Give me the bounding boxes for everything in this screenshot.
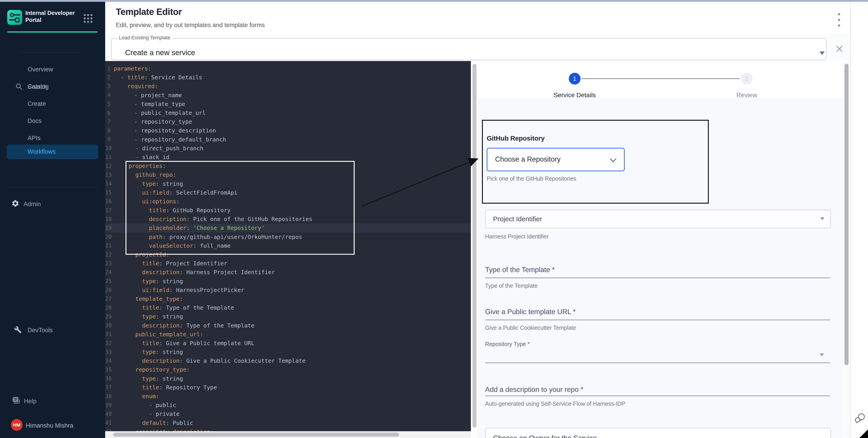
sidebar-item-help[interactable]: Help	[24, 398, 37, 405]
stepper-step-2-label: Review	[713, 92, 781, 99]
form-vertical-scrollbar-thumb[interactable]	[844, 64, 848, 365]
sidebar-item-create[interactable]: Create	[0, 97, 105, 110]
code-line[interactable]: 1parameters:	[105, 64, 471, 73]
service-owner-select[interactable]: Choose an Owner for the Service	[485, 428, 831, 438]
code-line[interactable]: 33 type: string	[105, 347, 471, 357]
line-number: 28	[105, 305, 112, 311]
right-gutter	[850, 2, 868, 438]
sidebar-item-catalog[interactable]: Catalog	[0, 80, 105, 93]
code-line[interactable]: 35 repository_type:	[105, 365, 471, 374]
public-template-url-input[interactable]	[485, 319, 830, 320]
stepper-step-1[interactable]: 1	[569, 73, 581, 85]
yaml-code-editor[interactable]: 1parameters:2 - title: Service Details3 …	[105, 61, 471, 438]
code-line[interactable]: 28 title: Type of the Template	[105, 303, 471, 312]
stepper-connector	[582, 78, 740, 79]
code-line[interactable]: 29 type: string	[105, 312, 471, 321]
app-title: Internal Developer Portal	[25, 9, 86, 24]
code-text: ui:field: HarnessProjectPicker	[112, 287, 244, 293]
code-line[interactable]: 39 - public	[105, 401, 471, 409]
github-repository-select[interactable]: Choose a Repository	[487, 148, 625, 171]
sidebar-item-admin[interactable]: Admin	[24, 201, 41, 208]
code-line[interactable]: 5 - template_type	[105, 100, 471, 108]
app-logo-icon[interactable]	[7, 10, 22, 25]
line-number: 18	[105, 216, 112, 223]
line-number: 16	[105, 198, 112, 205]
code-line[interactable]: 3 required:	[105, 82, 471, 91]
repository-type-select[interactable]	[485, 363, 830, 363]
line-number: 39	[105, 402, 112, 408]
load-template-value: Create a new service	[125, 48, 195, 57]
code-line[interactable]: 38 enum:	[105, 392, 471, 401]
code-line[interactable]: 2 - title: Service Details	[105, 73, 471, 82]
line-number: 35	[105, 367, 112, 373]
code-text: description: Give a Public Cookiecutter …	[112, 358, 306, 364]
project-identifier-helper: Harness Project Identifier	[485, 233, 549, 240]
code-line[interactable]: 31 public_template_url:	[105, 330, 471, 339]
code-text: - title: Service Details	[111, 74, 202, 81]
code-line[interactable]: 4 - project_name	[105, 91, 471, 100]
template-type-input[interactable]	[485, 277, 830, 278]
code-line[interactable]: 40 - private	[105, 409, 471, 418]
code-line[interactable]: 34 description: Give a Public Cookiecutt…	[105, 357, 471, 365]
code-line[interactable]: 6 - public_template_url	[105, 108, 471, 117]
code-line[interactable]: 36 type: string	[105, 374, 471, 383]
line-number: 41	[105, 420, 112, 426]
code-line[interactable]: 8 - repositoty_description	[105, 126, 471, 135]
kebab-menu-icon[interactable]	[835, 13, 844, 29]
code-text: - project_name	[111, 92, 182, 99]
line-number: 15	[105, 190, 112, 196]
support-chat-icon[interactable]	[855, 413, 866, 425]
code-line[interactable]: 23 title: Project Identifier	[105, 259, 471, 268]
sidebar-divider	[7, 187, 98, 188]
code-text: required:	[111, 83, 158, 90]
line-number: 37	[105, 384, 112, 391]
sidebar-item-search[interactable]: Search	[0, 42, 105, 51]
code-line[interactable]: 41 default: Public	[105, 418, 471, 427]
code-line[interactable]: 24 description: Harness Project Identifi…	[105, 268, 471, 277]
svg-text:?: ?	[14, 398, 17, 402]
user-name[interactable]: Himanshu Mishra	[26, 422, 73, 429]
sidebar-item-overview[interactable]: Overview	[0, 63, 105, 76]
code-line[interactable]: 30 description: Type of the Template	[105, 321, 471, 330]
user-avatar[interactable]: HM	[11, 419, 23, 431]
wrench-icon	[14, 326, 22, 334]
repo-description-input[interactable]	[485, 396, 830, 396]
sidebar-item-workflows-active[interactable]: Workflows	[7, 145, 98, 159]
editor-horizontal-scrollbar-thumb[interactable]	[113, 433, 399, 437]
cursor-wedge	[859, 429, 868, 438]
code-line[interactable]: 26 ui:field: HarnessProjectPicker	[105, 286, 471, 295]
editor-vertical-scrollbar-thumb[interactable]	[472, 64, 476, 428]
code-text: description: Harness Project Identifier	[112, 269, 275, 275]
code-line[interactable]: 7 - repository_type	[105, 117, 471, 126]
github-repository-label: GitHub Repository	[487, 135, 545, 142]
line-number: 1	[105, 66, 111, 72]
code-text: repository_type:	[112, 366, 190, 373]
stepper-step-2[interactable]: 2	[741, 73, 753, 85]
line-number: 5	[105, 101, 111, 107]
code-line[interactable]: 10 - direct_push_branch	[105, 144, 471, 153]
code-line[interactable]: 32 title: Give a Public template URL	[105, 339, 471, 347]
code-text: - template_type	[111, 101, 185, 107]
code-text: type: string	[112, 375, 183, 382]
close-icon[interactable]	[835, 45, 843, 53]
template-form-preview	[478, 61, 843, 438]
sidebar-item-docs[interactable]: Docs	[0, 114, 105, 128]
line-number: 26	[105, 287, 112, 293]
app-grid-icon[interactable]	[84, 14, 93, 23]
repo-description-helper: Auto-generated using Self-Service-Flow o…	[485, 401, 625, 407]
project-identifier-select[interactable]: Project Identifier	[485, 210, 831, 228]
code-line[interactable]: 27 template_type:	[105, 295, 471, 303]
code-line[interactable]: 25 type: string	[105, 277, 471, 286]
code-text: type: string	[112, 349, 183, 355]
line-number: 12	[105, 163, 112, 169]
sidebar-item-apis[interactable]: APIs	[0, 132, 105, 145]
load-existing-template-select[interactable]: Create a new service	[111, 38, 827, 60]
line-number: 8	[105, 128, 111, 134]
line-number: 13	[105, 172, 112, 178]
sidebar-item-devtools[interactable]: DevTools	[0, 163, 105, 175]
code-text: - private	[112, 411, 180, 417]
line-number: 21	[105, 242, 112, 249]
code-line[interactable]: 37 title: Repository Type	[105, 383, 471, 392]
code-text: title: Type of the Template	[112, 304, 234, 311]
code-line[interactable]: 9 - repository_default_branch	[105, 135, 471, 144]
